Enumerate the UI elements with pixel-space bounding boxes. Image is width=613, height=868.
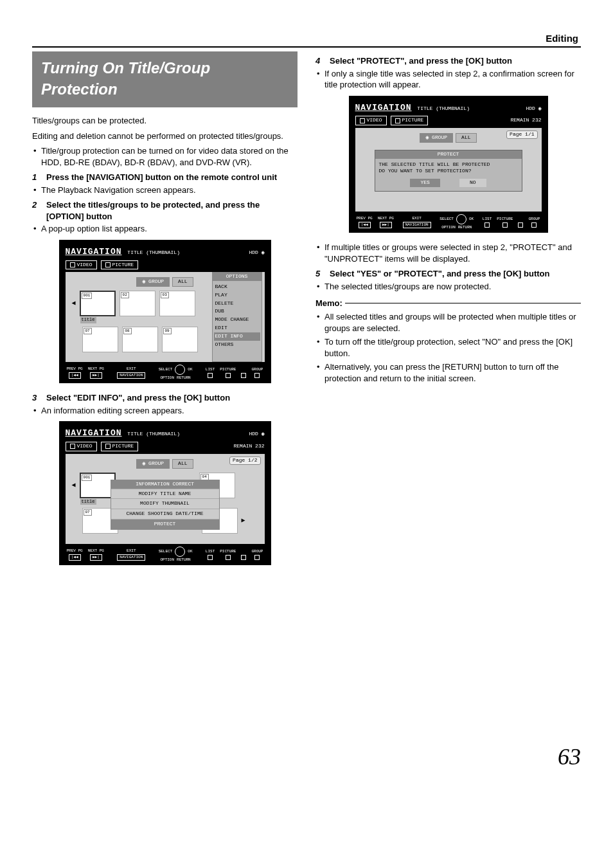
color-key-icon bbox=[518, 222, 523, 228]
step-5-body: The selected titles/groups are now prote… bbox=[315, 281, 581, 293]
opt-mode-change[interactable]: MODE CHANGE bbox=[215, 316, 259, 324]
step-3-body: An information editing screen appears. bbox=[32, 405, 298, 417]
thumbnail[interactable]: 08 bbox=[122, 327, 158, 352]
color-key-icon bbox=[226, 555, 231, 560]
yes-button[interactable]: YES bbox=[410, 179, 440, 187]
tab-video[interactable]: VIDEO bbox=[66, 260, 97, 270]
arrow-left-icon[interactable]: ◀ bbox=[72, 481, 76, 490]
options-panel: OPTIONS BACK PLAY DELETE DUB MODE CHANGE… bbox=[212, 272, 262, 362]
thumb-label: title bbox=[80, 499, 96, 505]
filter-all[interactable]: ALL bbox=[172, 459, 193, 469]
step-3: 3 Select "EDIT INFO", and press the [OK]… bbox=[32, 392, 298, 404]
thumbnail[interactable]: 03 bbox=[159, 291, 195, 316]
info-head: INFORMATION CORRECT bbox=[111, 480, 219, 489]
color-key-icon bbox=[241, 373, 246, 378]
hdd-indicator: HDD ◉ bbox=[249, 249, 264, 257]
tab-picture[interactable]: PICTURE bbox=[101, 442, 139, 451]
step-2: 2 Select the titles/groups to be protect… bbox=[32, 199, 298, 222]
color-key-icon bbox=[484, 222, 490, 228]
filter-group[interactable]: ◉ GROUP bbox=[136, 277, 170, 287]
color-key-icon bbox=[208, 555, 213, 560]
step-text: Select "EDIT INFO", and press the [OK] b… bbox=[46, 392, 298, 404]
step-text: Select "PROTECT", and press the [OK] but… bbox=[330, 55, 581, 67]
step-5: 5 Select "YES" or "PROTECT", and press t… bbox=[315, 268, 581, 280]
info-protect[interactable]: PROTECT bbox=[111, 519, 219, 529]
step-4: 4 Select "PROTECT", and press the [OK] b… bbox=[315, 55, 581, 67]
prev-key-icon: |◀◀ bbox=[69, 554, 81, 561]
filter-group[interactable]: ◉ GROUP bbox=[136, 459, 170, 469]
navigation-key-icon: NAVIGATION bbox=[117, 554, 145, 561]
figure-footer: PREV PG|◀◀ NEXT PG▶▶| EXITNAVIGATION SEL… bbox=[355, 212, 542, 230]
memo-label: Memo: bbox=[315, 298, 342, 309]
step-4-note: If multiple titles or groups were select… bbox=[315, 242, 581, 264]
filter-all[interactable]: ALL bbox=[456, 133, 476, 143]
filter-all[interactable]: ALL bbox=[172, 277, 193, 287]
left-column: Turning On Title/Group Protection Titles… bbox=[32, 51, 298, 574]
info-modify-name[interactable]: MODIFY TITLE NAME bbox=[111, 489, 219, 499]
nav-title: NAVIGATION bbox=[66, 428, 122, 438]
opt-back[interactable]: BACK bbox=[215, 283, 259, 291]
options-head: OPTIONS bbox=[213, 273, 262, 281]
page-indicator: Page 1/2 bbox=[229, 457, 260, 465]
arrow-right-icon[interactable]: ▶ bbox=[242, 516, 245, 525]
figure-footer: PREV PG|◀◀ NEXT PG▶▶| EXITNAVIGATION SEL… bbox=[66, 544, 265, 563]
thumbnail[interactable]: 07 bbox=[82, 327, 118, 352]
right-column: 4 Select "PROTECT", and press the [OK] b… bbox=[315, 51, 581, 574]
thumb-label: title bbox=[80, 317, 96, 323]
step-text: Select "YES" or "PROTECT", and press the… bbox=[330, 268, 581, 280]
color-key-icon bbox=[254, 555, 260, 560]
figure-protect-dialog: NAVIGATION TITLE (THUMBNAIL) HDD ◉ VIDEO… bbox=[349, 96, 548, 233]
opt-delete[interactable]: DELETE bbox=[215, 300, 259, 308]
nav-subtitle: TITLE (THUMBNAIL) bbox=[127, 431, 180, 437]
color-key-icon bbox=[531, 222, 537, 228]
page-title: Turning On Title/Group Protection bbox=[32, 51, 298, 107]
memo-item: To turn off the title/group protection, … bbox=[315, 336, 581, 359]
thumbnail[interactable]: 09 bbox=[162, 327, 198, 352]
thumbnail[interactable]: 001 bbox=[80, 291, 116, 316]
tab-video[interactable]: VIDEO bbox=[355, 116, 387, 125]
step-4-body: If only a single title was selected in s… bbox=[315, 68, 581, 91]
nav-title: NAVIGATION bbox=[66, 247, 122, 257]
opt-others[interactable]: OTHERS bbox=[215, 341, 259, 349]
thumbnail[interactable]: 02 bbox=[120, 291, 155, 316]
no-button[interactable]: NO bbox=[459, 179, 486, 187]
header-rule bbox=[32, 46, 581, 48]
step-1: 1 Press the [NAVIGATION] button on the r… bbox=[32, 172, 298, 183]
step-number: 2 bbox=[32, 199, 41, 222]
prev-key-icon: |◀◀ bbox=[69, 372, 81, 379]
tab-picture[interactable]: PICTURE bbox=[391, 116, 429, 125]
memo-item: Alternatively, you can press the [RETURN… bbox=[315, 361, 581, 384]
hdd-indicator: HDD ◉ bbox=[526, 105, 541, 113]
info-modify-thumb[interactable]: MODIFY THUMBNAIL bbox=[111, 498, 219, 509]
prev-key-icon: |◀◀ bbox=[359, 222, 371, 228]
color-key-icon bbox=[254, 373, 260, 378]
joystick-icon bbox=[175, 365, 185, 375]
step-1-body: The Playback Navigation screen appears. bbox=[32, 185, 298, 196]
opt-edit[interactable]: EDIT bbox=[215, 324, 259, 332]
step-number: 1 bbox=[32, 172, 41, 183]
intro-text-1: Titles/groups can be protected. bbox=[32, 115, 298, 127]
color-key-icon bbox=[502, 222, 508, 228]
filter-group[interactable]: ◉ GROUP bbox=[420, 133, 453, 143]
opt-dub[interactable]: DUB bbox=[215, 307, 259, 316]
step-2-body: A pop-up option list appears. bbox=[32, 223, 298, 235]
figure-info-panel: NAVIGATION TITLE (THUMBNAIL) HDD ◉ VIDEO… bbox=[59, 421, 271, 565]
arrow-left-icon[interactable]: ◀ bbox=[72, 299, 76, 308]
joystick-icon bbox=[175, 547, 185, 557]
tab-video[interactable]: VIDEO bbox=[66, 442, 97, 451]
hdd-indicator: HDD ◉ bbox=[249, 431, 264, 438]
navigation-key-icon: NAVIGATION bbox=[403, 222, 431, 228]
opt-play[interactable]: PLAY bbox=[215, 291, 259, 300]
info-panel: INFORMATION CORRECT MODIFY TITLE NAME MO… bbox=[111, 480, 220, 530]
intro-text-2: Editing and deletion cannot be performed… bbox=[32, 131, 298, 142]
joystick-icon bbox=[456, 214, 466, 224]
remain-label: REMAIN 232 bbox=[510, 117, 541, 124]
info-change-date[interactable]: CHANGE SHOOTING DATE/TIME bbox=[111, 509, 219, 519]
step-text: Press the [NAVIGATION] button on the rem… bbox=[46, 172, 298, 183]
memo-header: Memo: bbox=[315, 298, 581, 309]
protect-dialog: PROTECT THE SELECTED TITLE WILL BE PROTE… bbox=[375, 150, 522, 192]
protect-msg-2: DO YOU WANT TO SET PROTECTION? bbox=[379, 168, 472, 174]
opt-edit-info[interactable]: EDIT INFO bbox=[214, 332, 260, 341]
section-label: Editing bbox=[32, 32, 581, 45]
tab-picture[interactable]: PICTURE bbox=[101, 260, 139, 270]
